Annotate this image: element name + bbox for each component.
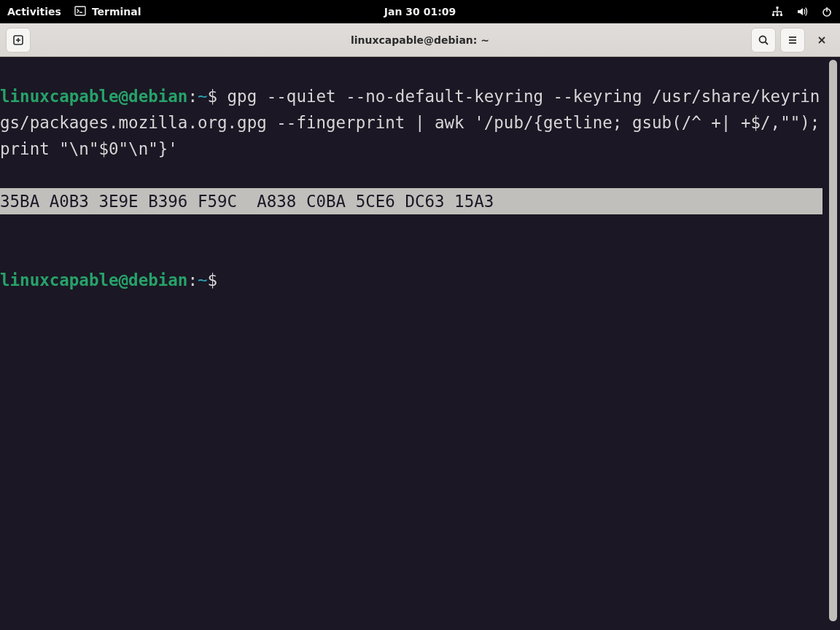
app-menu-label: Terminal — [92, 6, 141, 18]
svg-rect-3 — [777, 14, 779, 16]
network-icon[interactable] — [771, 6, 783, 18]
app-menu[interactable]: Terminal — [74, 5, 141, 19]
prompt-dollar: $ — [207, 87, 227, 106]
svg-rect-2 — [772, 14, 774, 16]
power-icon[interactable] — [821, 6, 833, 18]
prompt-colon: : — [187, 271, 198, 289]
activities-button[interactable]: Activities — [7, 6, 61, 18]
terminal-content: linuxcapable@debian:~$ gpg --quiet --no-… — [0, 83, 822, 293]
svg-point-10 — [760, 36, 766, 42]
prompt-user: linuxcapable@debian — [0, 87, 187, 106]
svg-line-11 — [766, 42, 769, 44]
prompt-dollar: $ — [207, 271, 227, 289]
volume-icon[interactable] — [796, 6, 808, 18]
search-button[interactable] — [751, 28, 776, 52]
window-title: linuxcapable@debian: ~ — [351, 34, 489, 46]
gnome-topbar: Activities Terminal Jan 30 01:09 — [0, 0, 840, 23]
svg-rect-0 — [75, 7, 85, 15]
terminal-viewport[interactable]: linuxcapable@debian:~$ gpg --quiet --no-… — [0, 57, 840, 630]
prompt-path: ~ — [198, 87, 208, 106]
clock[interactable]: Jan 30 01:09 — [384, 6, 456, 18]
new-tab-button[interactable] — [6, 28, 31, 52]
svg-rect-4 — [780, 14, 782, 16]
prompt-path: ~ — [198, 271, 208, 289]
close-button[interactable] — [809, 28, 834, 52]
prompt-user: linuxcapable@debian — [0, 271, 187, 289]
prompt-colon: : — [187, 87, 198, 106]
hamburger-menu-button[interactable] — [780, 28, 805, 52]
svg-rect-1 — [777, 7, 779, 9]
output-fingerprint: 35BA A0B3 3E9E B396 F59C A838 C0BA 5CE6 … — [0, 188, 822, 214]
window-titlebar: linuxcapable@debian: ~ — [0, 23, 840, 57]
terminal-icon — [74, 5, 86, 19]
scrollbar-thumb[interactable] — [829, 60, 837, 621]
